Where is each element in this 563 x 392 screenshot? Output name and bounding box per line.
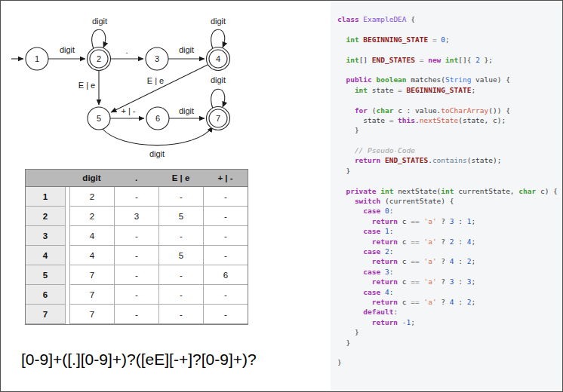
transition-label: + | -	[121, 106, 135, 115]
table-cell: -	[114, 246, 158, 265]
state-label: 4	[216, 54, 220, 63]
code-line	[337, 65, 561, 75]
state-6: 6	[146, 107, 169, 130]
code-line: return c == 'a' ? 4 : 2;	[337, 256, 561, 266]
table-cell: -	[203, 246, 248, 265]
code-line	[337, 44, 561, 54]
row-header: 1	[26, 187, 66, 207]
transition-label: E | e	[78, 81, 95, 90]
row-header: 7	[26, 305, 66, 324]
row-header: 3	[26, 226, 66, 246]
transition-label: digit	[211, 75, 226, 84]
table-cell: -	[158, 187, 203, 207]
table-cell: 4	[69, 226, 114, 246]
state-label: 7	[216, 114, 220, 123]
column-header: + | -	[203, 170, 248, 187]
code-line: return END_STATES.contains(state);	[337, 155, 561, 165]
code-line	[337, 24, 561, 34]
code-line: }	[337, 125, 561, 135]
code-line: case 3:	[337, 267, 561, 277]
state-1: 1	[26, 47, 48, 70]
code-line: state = this.nextState(state, c);	[337, 115, 561, 125]
state-label: 6	[155, 114, 160, 123]
self-loop-2	[92, 29, 106, 49]
code-line: case 2:	[337, 247, 561, 256]
code-line	[337, 176, 561, 185]
code-line: return c == 'a' ? 3 : 3;	[337, 277, 561, 286]
code-line: switch (currentState) {	[337, 196, 561, 206]
code-line: private int nextState(int currentState, …	[337, 186, 561, 196]
state-7: 7	[207, 107, 230, 130]
code-line: return c == 'a' ? 4 : 2;	[337, 297, 561, 307]
table-cell: -	[203, 187, 248, 207]
code-line: }	[337, 327, 561, 337]
table-cell: 6	[203, 265, 248, 285]
table-cell: -	[114, 265, 158, 285]
table-cell: -	[203, 285, 248, 305]
code-line: class ExampleDEA {	[337, 14, 561, 24]
dfa-state-diagram: digit digit . digit digit E | e E | e + …	[1, 1, 318, 167]
code-line: for (char c : value.toCharArray()) {	[337, 106, 561, 115]
code-line: return -1;	[337, 317, 561, 327]
table-cell: -	[114, 187, 158, 207]
row-header: 5	[26, 265, 66, 285]
table-cell: 4	[69, 246, 114, 265]
table-cell: 7	[69, 305, 114, 324]
code-line: default:	[337, 307, 561, 317]
column-header: digit	[69, 170, 114, 187]
row-header: 4	[26, 246, 66, 265]
column-header: E | e	[158, 170, 203, 187]
table-cell: 3	[114, 207, 158, 226]
state-2: 2	[88, 47, 111, 71]
table-cell: 2	[69, 187, 114, 207]
table-cell: 7	[69, 285, 114, 305]
code-line	[337, 136, 561, 145]
table-cell: 2	[69, 207, 114, 226]
state-label: 1	[35, 54, 39, 63]
code-line: case 1:	[337, 226, 561, 236]
table-corner-cell	[26, 170, 69, 187]
table-cell: -	[114, 305, 158, 324]
code-line: return c == 'a' ? 3 : 1;	[337, 216, 561, 226]
table-cell: -	[114, 226, 158, 246]
table-cell: -	[203, 207, 248, 226]
self-loop-7	[211, 89, 225, 109]
code-line: case 4:	[337, 287, 561, 297]
transition-arrow-4-5	[111, 65, 208, 112]
code-line: public boolean matches(String value) {	[337, 75, 561, 84]
state-label: 3	[155, 54, 159, 63]
code-line: }	[337, 338, 561, 348]
self-loop-4	[211, 29, 225, 49]
code-line: int BEGINNING_STATE = 0;	[337, 35, 561, 44]
page: digit digit . digit digit E | e E | e + …	[0, 0, 563, 392]
row-header: 2	[26, 207, 66, 226]
table-cell: -	[158, 285, 203, 305]
code-panel: class ExampleDEA { int BEGINNING_STATE =…	[331, 2, 561, 390]
code-line: int state = BEGINNING_STATE;	[337, 85, 561, 95]
column-header: .	[114, 170, 158, 187]
transition-label: .	[125, 46, 128, 55]
table-cell: 7	[69, 265, 114, 285]
row-header: 6	[26, 285, 66, 305]
state-label: 2	[97, 54, 101, 63]
table-cell: -	[203, 305, 248, 324]
code-line: }	[337, 357, 561, 367]
transition-table: digit.E | e+ | -12---2235-34---44-5-57--…	[25, 169, 248, 325]
transition-label: digit	[60, 45, 75, 54]
state-3: 3	[146, 47, 168, 70]
code-line: }	[337, 166, 561, 176]
code-line: case 0:	[337, 206, 561, 216]
code-line	[337, 348, 561, 357]
state-4: 4	[207, 47, 230, 71]
code-line	[337, 95, 561, 105]
table-cell: -	[158, 265, 203, 285]
code-line: int[] END_STATES = new int[]{ 2 };	[337, 55, 561, 65]
table-cell: 5	[158, 246, 203, 265]
code-line: // Pseudo-Code	[337, 145, 561, 155]
table-cell: -	[114, 285, 158, 305]
transition-label: digit	[92, 17, 107, 26]
state-label: 5	[97, 114, 101, 123]
table-cell: -	[203, 226, 248, 246]
regex-text: [0-9]+([.][0-9]+)?([eE][-+]?[0-9]+)?	[21, 351, 257, 369]
table-cell: 5	[158, 207, 203, 226]
